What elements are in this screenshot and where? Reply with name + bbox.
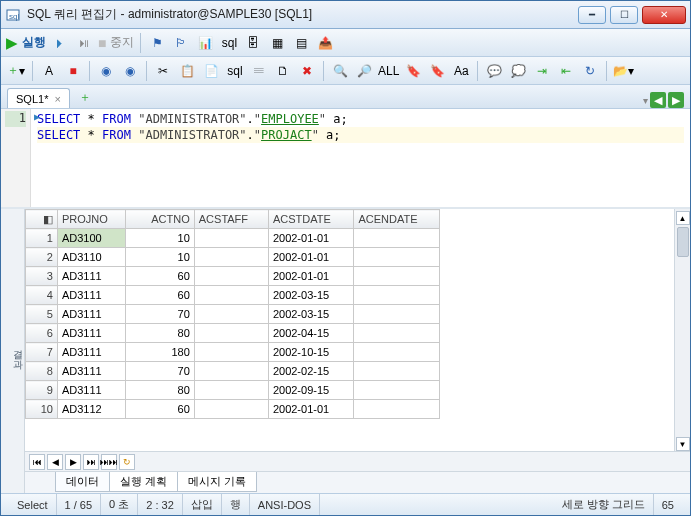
table-row[interactable]: 5AD3111702002-03-15 bbox=[26, 305, 440, 324]
nav-refresh-button[interactable]: ↻ bbox=[119, 454, 135, 470]
cell-acendate[interactable] bbox=[354, 381, 440, 400]
cell-projno[interactable]: AD3111 bbox=[57, 362, 125, 381]
cell-acstdate[interactable]: 2002-10-15 bbox=[268, 343, 354, 362]
tab-sql1[interactable]: SQL1* × bbox=[7, 88, 70, 108]
cell-acstaff[interactable] bbox=[194, 381, 268, 400]
cell-acstdate[interactable]: 2002-01-01 bbox=[268, 400, 354, 419]
new-query-button[interactable]: ＋▾ bbox=[5, 60, 27, 82]
cell-acendate[interactable] bbox=[354, 286, 440, 305]
replace-button[interactable]: ALL bbox=[377, 60, 400, 82]
cell-actno[interactable]: 60 bbox=[126, 267, 194, 286]
indent-button[interactable]: ⇥ bbox=[531, 60, 553, 82]
sql-format-button[interactable]: sql bbox=[224, 60, 246, 82]
row-number[interactable]: 3 bbox=[26, 267, 58, 286]
row-number[interactable]: 10 bbox=[26, 400, 58, 419]
row-number[interactable]: 1 bbox=[26, 229, 58, 248]
nav-fetchall-button[interactable]: ⏭⏭ bbox=[101, 454, 117, 470]
cell-acstaff[interactable] bbox=[194, 324, 268, 343]
cell-acstdate[interactable]: 2002-01-01 bbox=[268, 267, 354, 286]
row-number[interactable]: 6 bbox=[26, 324, 58, 343]
bookmark-button[interactable]: 🔖 bbox=[402, 60, 424, 82]
col-header-acstdate[interactable]: ACSTDATE bbox=[268, 210, 354, 229]
export-button[interactable]: 📤 bbox=[314, 32, 336, 54]
tab-messages[interactable]: 메시지 기록 bbox=[177, 472, 257, 492]
run-button[interactable]: ▶ 실행 bbox=[5, 32, 47, 54]
cell-acstdate[interactable]: 2002-01-01 bbox=[268, 248, 354, 267]
table-button[interactable]: 𝄘 bbox=[248, 60, 270, 82]
font-button[interactable]: A bbox=[38, 60, 60, 82]
delete-button[interactable]: ✖ bbox=[296, 60, 318, 82]
options-button[interactable]: 📂▾ bbox=[612, 60, 635, 82]
cell-acstaff[interactable] bbox=[194, 229, 268, 248]
cell-acstaff[interactable] bbox=[194, 343, 268, 362]
history-button[interactable]: 🗄 bbox=[242, 32, 264, 54]
minimize-button[interactable]: ━ bbox=[578, 6, 606, 24]
plan-button[interactable]: 📊 bbox=[194, 32, 216, 54]
row-number[interactable]: 9 bbox=[26, 381, 58, 400]
cell-projno[interactable]: AD3112 bbox=[57, 400, 125, 419]
sql-button[interactable]: sql bbox=[218, 32, 240, 54]
vertical-scrollbar[interactable]: ▲ ▼ bbox=[674, 209, 690, 451]
table-row[interactable]: 2AD3110102002-01-01 bbox=[26, 248, 440, 267]
cell-acstaff[interactable] bbox=[194, 286, 268, 305]
cell-projno[interactable]: AD3111 bbox=[57, 286, 125, 305]
cell-acstdate[interactable]: 2002-02-15 bbox=[268, 362, 354, 381]
cell-projno[interactable]: AD3110 bbox=[57, 248, 125, 267]
cell-acendate[interactable] bbox=[354, 229, 440, 248]
col-header-actno[interactable]: ACTNO bbox=[126, 210, 194, 229]
flag-button[interactable]: ⚑ bbox=[146, 32, 168, 54]
bookmark2-button[interactable]: 🔖 bbox=[426, 60, 448, 82]
cell-acendate[interactable] bbox=[354, 343, 440, 362]
table-row[interactable]: 7AD31111802002-10-15 bbox=[26, 343, 440, 362]
cell-acendate[interactable] bbox=[354, 305, 440, 324]
cell-projno[interactable]: AD3111 bbox=[57, 381, 125, 400]
comment-button[interactable]: 💬 bbox=[483, 60, 505, 82]
color-button[interactable]: ■ bbox=[62, 60, 84, 82]
table-row[interactable]: 3AD3111602002-01-01 bbox=[26, 267, 440, 286]
forward-button[interactable]: ◉ bbox=[119, 60, 141, 82]
cell-actno[interactable]: 60 bbox=[126, 286, 194, 305]
cell-actno[interactable]: 60 bbox=[126, 400, 194, 419]
maximize-button[interactable]: ☐ bbox=[610, 6, 638, 24]
grid-button[interactable]: ▦ bbox=[266, 32, 288, 54]
nav-next-button[interactable]: ▶ bbox=[65, 454, 81, 470]
table-row[interactable]: 9AD3111802002-09-15 bbox=[26, 381, 440, 400]
back-button[interactable]: ◉ bbox=[95, 60, 117, 82]
refresh-button[interactable]: ↻ bbox=[579, 60, 601, 82]
row-number[interactable]: 2 bbox=[26, 248, 58, 267]
row-number[interactable]: 4 bbox=[26, 286, 58, 305]
tab-data[interactable]: 데이터 bbox=[55, 472, 110, 492]
close-button[interactable]: ✕ bbox=[642, 6, 686, 24]
cell-acstaff[interactable] bbox=[194, 362, 268, 381]
col-header-acstaff[interactable]: ACSTAFF bbox=[194, 210, 268, 229]
nav-first-button[interactable]: ⏮ bbox=[29, 454, 45, 470]
scroll-up-icon[interactable]: ▲ bbox=[676, 211, 690, 225]
cell-acendate[interactable] bbox=[354, 324, 440, 343]
outdent-button[interactable]: ⇤ bbox=[555, 60, 577, 82]
uppercase-button[interactable]: Aa bbox=[450, 60, 472, 82]
table-row[interactable]: 8AD3111702002-02-15 bbox=[26, 362, 440, 381]
row-number[interactable]: 8 bbox=[26, 362, 58, 381]
cell-acstdate[interactable]: 2002-09-15 bbox=[268, 381, 354, 400]
cell-projno[interactable]: AD3111 bbox=[57, 305, 125, 324]
table-row[interactable]: 1AD3100102002-01-01 bbox=[26, 229, 440, 248]
cell-acstdate[interactable]: 2002-04-15 bbox=[268, 324, 354, 343]
cell-acstaff[interactable] bbox=[194, 400, 268, 419]
row-number[interactable]: 5 bbox=[26, 305, 58, 324]
cell-projno[interactable]: AD3111 bbox=[57, 343, 125, 362]
cell-acendate[interactable] bbox=[354, 362, 440, 381]
cell-actno[interactable]: 70 bbox=[126, 362, 194, 381]
param-button[interactable]: 🏳 bbox=[170, 32, 192, 54]
cell-projno[interactable]: AD3100 bbox=[57, 229, 125, 248]
cell-actno[interactable]: 80 bbox=[126, 381, 194, 400]
nav-last-button[interactable]: ⏭ bbox=[83, 454, 99, 470]
cell-actno[interactable]: 10 bbox=[126, 229, 194, 248]
newdoc-button[interactable]: 🗋 bbox=[272, 60, 294, 82]
cell-acstdate[interactable]: 2002-03-15 bbox=[268, 305, 354, 324]
tab-plan[interactable]: 실행 계획 bbox=[109, 472, 178, 492]
table-row[interactable]: 6AD3111802002-04-15 bbox=[26, 324, 440, 343]
run-step-button[interactable]: ⏵ bbox=[49, 32, 71, 54]
col-header-projno[interactable]: PROJNO bbox=[57, 210, 125, 229]
cell-actno[interactable]: 70 bbox=[126, 305, 194, 324]
cell-actno[interactable]: 10 bbox=[126, 248, 194, 267]
